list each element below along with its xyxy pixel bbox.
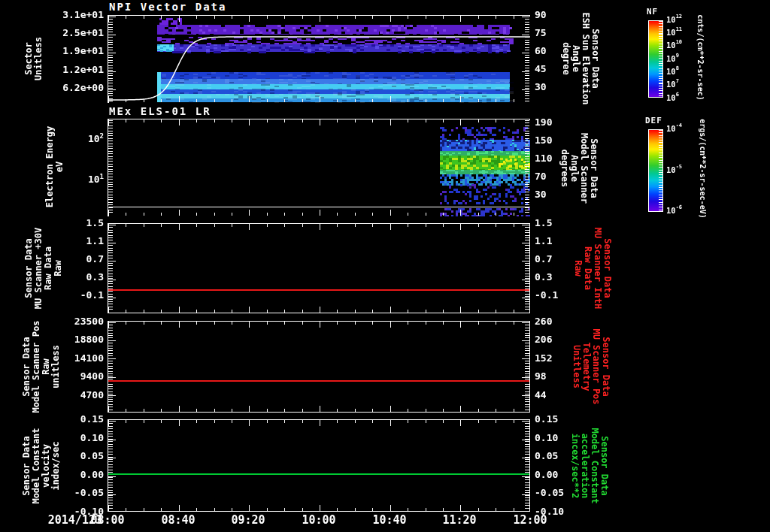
panel4-left-major-ticks [108,322,116,411]
panel4-right-axis-ticks [525,322,529,411]
panel4-right-major-ticks [522,322,529,411]
panel5-top-major-ticks [108,420,529,426]
npi-spectrogram-canvas [109,17,530,103]
panel3-top-major-ticks [108,224,529,230]
panel4-bottom-minor-ticks [108,409,529,412]
panel3-top-minor-ticks [108,224,529,227]
panel1-ytick: 1.9e+01 [50,46,104,56]
panel4-bottom-major-ticks [108,406,529,412]
panel3-bottom-major-ticks [108,307,529,313]
panel3-left-axis-ticks [108,225,113,312]
colorbar-def-title: DEF [645,116,662,125]
panel4-top-major-ticks [108,322,529,328]
x-axis-tick: 12:00 [500,514,560,526]
panel3-lineplot [108,223,530,313]
panel5-y-axis-label: Sensor Data Model Constant velocity inde… [22,387,61,532]
panel2-title: MEx ELS-01 LR [109,105,211,117]
panel5-top-minor-ticks [108,420,529,423]
panel1-title: NPI Vector Data [109,1,226,13]
x-axis-tick: 11:20 [429,514,490,526]
panel5-left-axis-ticks [108,421,113,510]
panel5-left-major-ticks [108,421,116,510]
panel4-top-minor-ticks [108,322,529,325]
panel3-right-major-ticks [522,225,529,312]
panel5-lineplot [108,419,530,512]
colorbar-def-unit: ergs/(cm**2-sr-sec-eV) [699,90,707,248]
x-axis-tick: 08:00 [77,514,138,526]
panel1-ytick: 1.2e+01 [50,65,104,75]
els-spectrogram-canvas [109,120,530,216]
panel1-ytick: 3.1e+01 [50,10,104,20]
x-axis-tick: 08:40 [148,514,208,526]
colorbar-nf-title: NF [647,7,658,17]
panel1-spectrogram [108,15,530,103]
panel5-right-axis-ticks [525,421,529,510]
plot-figure: NPI Vector Data 3.1e+01 2.5e+01 1.9e+01 … [0,0,770,532]
panel4-left-axis-ticks [108,322,113,411]
panel1-ytick: 2.5e+01 [50,28,104,38]
panel5-right-major-ticks [522,421,529,510]
x-axis-tick: 10:00 [289,514,349,526]
colorbar-def [648,129,663,212]
panel3-bottom-minor-ticks [108,310,529,313]
panel5-bottom-minor-ticks [108,508,529,511]
panel1-y-axis-label: Sector Unitless [24,0,44,138]
colorbar-def-ticks [659,130,662,211]
panel3-right-axis-ticks [525,225,529,312]
colorbar-nf-ticks [659,21,662,97]
panel5-y2-axis-label: Sensor Data Model Constant acceleration … [570,387,609,532]
x-axis-tick: 10:40 [359,514,420,526]
panel4-lineplot [108,321,530,413]
panel2-spectrogram [108,119,530,216]
colorbar-nf [648,20,663,98]
panel3-left-major-ticks [108,225,116,312]
panel5-bottom-major-ticks [108,505,529,511]
x-axis-tick: 09:20 [218,514,278,526]
